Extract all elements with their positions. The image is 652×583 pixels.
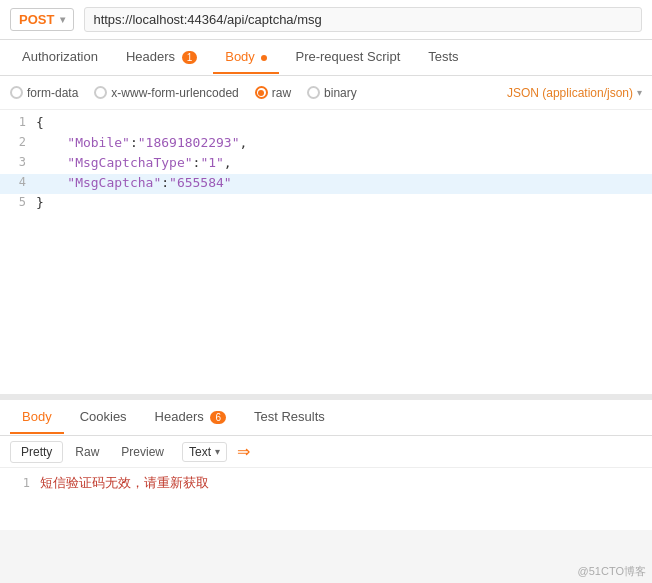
form-data-radio xyxy=(10,86,23,99)
code-line-3: 3 "MsgCaptchaType":"1", xyxy=(0,154,652,174)
raw-button[interactable]: Raw xyxy=(65,442,109,462)
line-content-1: { xyxy=(36,115,44,130)
json-type-label: JSON (application/json) xyxy=(507,86,633,100)
binary-radio xyxy=(307,86,320,99)
tab-pre-request[interactable]: Pre-request Script xyxy=(283,41,412,74)
json-type-chevron-icon: ▾ xyxy=(637,87,642,98)
tab-tests[interactable]: Tests xyxy=(416,41,470,74)
resp-tab-headers[interactable]: Headers 6 xyxy=(143,401,238,434)
headers-badge: 1 xyxy=(182,51,198,64)
text-type-label: Text xyxy=(189,445,211,459)
urlencoded-radio xyxy=(94,86,107,99)
raw-radio xyxy=(255,86,268,99)
resp-tab-test-results[interactable]: Test Results xyxy=(242,401,337,434)
urlencoded-option[interactable]: x-www-form-urlencoded xyxy=(94,86,238,100)
response-section: Body Cookies Headers 6 Test Results Pret… xyxy=(0,400,652,530)
text-type-select[interactable]: Text ▾ xyxy=(182,442,227,462)
resp-headers-badge: 6 xyxy=(210,411,226,424)
request-tabs: Authorization Headers 1 Body Pre-request… xyxy=(0,40,652,76)
json-type-selector[interactable]: JSON (application/json) ▾ xyxy=(507,86,642,100)
watermark: @51CTO博客 xyxy=(578,564,646,579)
raw-option[interactable]: raw xyxy=(255,86,291,100)
tab-body[interactable]: Body xyxy=(213,41,279,74)
resp-row-text: 短信验证码无效，请重新获取 xyxy=(40,474,209,492)
line-content-3: "MsgCaptchaType":"1", xyxy=(36,155,232,170)
line-num-2: 2 xyxy=(0,135,36,149)
pretty-button[interactable]: Pretty xyxy=(10,441,63,463)
code-line-1: 1 { xyxy=(0,114,652,134)
tab-authorization[interactable]: Authorization xyxy=(10,41,110,74)
body-options: form-data x-www-form-urlencoded raw bina… xyxy=(0,76,652,110)
resp-row-1: 1 短信验证码无效，请重新获取 xyxy=(10,474,642,492)
line-content-5: } xyxy=(36,195,44,210)
line-num-1: 1 xyxy=(0,115,36,129)
url-bar: POST ▾ xyxy=(0,0,652,40)
body-dot xyxy=(261,55,267,61)
code-line-4: 4 "MsgCaptcha":"655584" xyxy=(0,174,652,194)
line-num-3: 3 xyxy=(0,155,36,169)
tab-headers[interactable]: Headers 1 xyxy=(114,41,209,74)
resp-tab-cookies[interactable]: Cookies xyxy=(68,401,139,434)
line-content-4: "MsgCaptcha":"655584" xyxy=(36,175,232,190)
code-editor[interactable]: 1 { 2 "Mobile":"18691802293", 3 "MsgCapt… xyxy=(0,110,652,400)
method-dropdown-icon: ▾ xyxy=(60,14,65,25)
line-content-2: "Mobile":"18691802293", xyxy=(36,135,247,150)
binary-option[interactable]: binary xyxy=(307,86,357,100)
resp-tab-body[interactable]: Body xyxy=(10,401,64,434)
method-label: POST xyxy=(19,12,54,27)
method-badge[interactable]: POST ▾ xyxy=(10,8,74,31)
wrap-icon[interactable]: ⇒ xyxy=(237,442,250,461)
response-tabs: Body Cookies Headers 6 Test Results xyxy=(0,400,652,436)
resp-line-num: 1 xyxy=(10,476,30,490)
line-num-4: 4 xyxy=(0,175,36,189)
text-type-chevron-icon: ▾ xyxy=(215,446,220,457)
resp-toolbar: Pretty Raw Preview Text ▾ ⇒ xyxy=(0,436,652,468)
preview-button[interactable]: Preview xyxy=(111,442,174,462)
code-line-5: 5 } xyxy=(0,194,652,214)
url-input[interactable] xyxy=(84,7,642,32)
code-line-2: 2 "Mobile":"18691802293", xyxy=(0,134,652,154)
form-data-option[interactable]: form-data xyxy=(10,86,78,100)
line-num-5: 5 xyxy=(0,195,36,209)
resp-content: 1 短信验证码无效，请重新获取 xyxy=(0,468,652,498)
